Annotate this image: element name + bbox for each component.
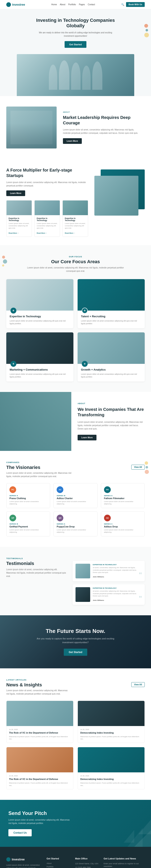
pitch-content: Send Your Pitch Lorem ipsum dolor sit am…: [8, 810, 71, 836]
company-logo-4: QD: [57, 515, 63, 521]
company-desc-0: Lorem ipsum dolor sit amet consectetur a…: [9, 500, 47, 505]
focus-card-desc-2: Lorem ipsum dolor sit amet consectetur a…: [10, 373, 70, 378]
news-date-0: Jn 29, 2020: [9, 728, 71, 731]
focus-card-badge-1: +: [82, 308, 88, 313]
company-logo-3: GP: [9, 515, 16, 521]
focus-title: Our Core Focus Areas: [6, 259, 145, 265]
focus-card-0: + Expertise in Technology Lorem ipsum do…: [6, 279, 73, 328]
force-card-readmore-0[interactable]: Read More: [9, 232, 17, 234]
force-card-desc-0: Lorem ipsum dolor sit amet, consectetur …: [9, 222, 30, 229]
search-icon[interactable]: 🔍: [121, 3, 124, 6]
testimonial-card-0: Expertise in Technology sit amet, consec…: [72, 561, 145, 581]
footer-logo-icon: [6, 857, 10, 862]
footer-logo-text: Investree: [12, 858, 25, 861]
news-desc-0: Maecenas et pretium ipsum. Fusce porttit…: [9, 736, 71, 740]
footer-address: 123 Street Name, City, USA: [75, 862, 98, 865]
force-section: A Force Multiplier for Early-stage Start…: [0, 159, 151, 245]
force-card-readmore-1[interactable]: Read More: [37, 232, 45, 234]
news-desc: Lorem ipsum dolor sit amet, consectetur …: [6, 689, 69, 695]
focus-card-desc-0: Lorem ipsum dolor sit amet consectetur a…: [10, 319, 70, 325]
transform-image: [0, 392, 71, 451]
pitch-cta-button[interactable]: Contact Us: [8, 829, 32, 836]
force-card-desc-1: Lorem ipsum dolor sit amet, consectetur …: [37, 222, 58, 229]
company-desc-4: Lorem ipsum dolor sit amet consectetur a…: [57, 529, 94, 533]
focus-card-title-2: Marketing + Communications: [10, 368, 70, 371]
force-card-desc-2: Lorem ipsum dolor sit amet, consectetur …: [65, 222, 86, 229]
news-section: Latest Articles News & Insights Lorem ip…: [0, 669, 151, 800]
market-cta-button[interactable]: Learn More: [63, 138, 82, 144]
footer-office: Main Office 123 Street Name, City, USA +…: [75, 857, 98, 868]
nav-link-portfolio[interactable]: Portfolio: [68, 3, 76, 6]
news-card-2: Jn 29, 2020 The Role of VC in the Depart…: [6, 747, 73, 789]
hero-title: Investing in Technology Companies Global…: [31, 18, 120, 29]
nav-actions: 🔍 Book With Us: [121, 2, 145, 7]
force-card-title-0: Expertise in Technology: [9, 217, 30, 221]
company-name-1: Aditus Charter: [57, 497, 94, 499]
company-desc-3: Lorem ipsum dolor sit amet consectetur a…: [9, 529, 47, 533]
visionaries-label: Companies: [6, 461, 145, 463]
news-title: News & Insights: [6, 682, 131, 688]
company-name-0: Prana Clothing: [9, 497, 47, 499]
nav-link-pages[interactable]: Pages: [79, 3, 85, 6]
company-card-4: QD Series A PuppyCow Drop Lorem ipsum do…: [54, 512, 97, 536]
transform-label: About: [78, 402, 145, 405]
company-logo-5: AD: [104, 515, 111, 521]
nav-link-home[interactable]: Home: [51, 3, 57, 6]
footer-link-about[interactable]: About: [47, 862, 70, 864]
company-tag-5: Series C: [104, 523, 142, 525]
force-card-0: Expertise in Technology Lorem ipsum dolo…: [6, 200, 32, 237]
focus-card-title-3: Growth + Analytics: [81, 368, 141, 371]
view-all-news-button[interactable]: View All: [131, 682, 145, 687]
arrow-icon-0: ›: [18, 232, 19, 234]
transform-cta-button[interactable]: Learn More: [78, 435, 96, 440]
company-desc-1: Lorem ipsum dolor sit amet consectetur a…: [57, 500, 94, 505]
footer-phone: +1 (123) 456-7890: [75, 866, 98, 868]
visionaries-desc: Lorem ipsum dolor sit amet, consectetur …: [6, 471, 73, 478]
transform-section: About We Invest in Companies That Are Tr…: [0, 392, 151, 451]
footer-get-started: Get Started About Portfolio Pages Insigh…: [47, 857, 70, 868]
hero-section: Investing in Technology Companies Global…: [0, 9, 151, 96]
footer-get-started-heading: Get Started: [47, 857, 70, 860]
testimonials-desc: Lorem ipsum dolor sit amet, consectetur …: [6, 568, 66, 578]
testimonial-body-1: Expertise in Technology sit amet, consec…: [93, 587, 142, 602]
company-card-2: FH Series A Fathom Filmmaker Lorem ipsum…: [101, 483, 145, 508]
nav-link-about[interactable]: About: [60, 3, 65, 6]
company-name-5: Adibus Drop: [104, 525, 142, 528]
hero-cta-button[interactable]: Get Started: [65, 41, 86, 48]
pitch-title: Send Your Pitch: [8, 810, 71, 816]
company-card-1: AC Series B Aditus Charter Lorem ipsum d…: [54, 483, 97, 508]
company-tag-4: Series A: [57, 523, 94, 525]
footer-brand: Investree Lorem ipsum dolor sit amet, co…: [6, 857, 41, 868]
quote-icon-1: ": [139, 595, 142, 603]
news-date-2: Jn 29, 2020: [9, 775, 71, 777]
force-card-readmore-2[interactable]: Read More: [65, 232, 73, 234]
news-header-row: News & Insights Lorem ipsum dolor sit am…: [6, 682, 145, 695]
nav-logo: Investree: [6, 2, 25, 7]
pitch-deco: [105, 809, 151, 847]
hero-deco-right: [142, 22, 151, 39]
news-date-3: Jn 29, 2020: [80, 775, 142, 777]
transform-desc: Lorem ipsum dolor sit amet, consectetur …: [78, 421, 145, 431]
force-cta-button[interactable]: Learn More: [6, 190, 25, 196]
focus-deco-left: [0, 253, 9, 269]
nav-link-contact[interactable]: Contact: [88, 3, 95, 6]
news-card-0: Jn 29, 2020 The Role of VC in the Depart…: [6, 701, 73, 743]
cta-button[interactable]: Book With Us: [126, 2, 145, 7]
news-card-3: Jn 29, 2020 Democratizing Index Investin…: [78, 747, 145, 789]
news-title-0: The Role of VC in the Department of Defe…: [9, 731, 71, 734]
company-name-4: PuppyCow Drop: [57, 525, 94, 528]
focus-card-desc-1: Lorem ipsum dolor sit amet consectetur a…: [81, 319, 141, 325]
testimonials-title: Testimonials: [6, 561, 66, 566]
market-section: About Market Leadership Requires Deep Co…: [0, 96, 151, 159]
force-image-box: [94, 169, 145, 216]
company-logo-1: AC: [57, 486, 63, 493]
footer-link-portfolio[interactable]: Portfolio: [47, 866, 70, 868]
focus-card-desc-3: Lorem ipsum dolor sit amet consectetur a…: [81, 373, 141, 378]
force-content: A Force Multiplier for Early-stage Start…: [6, 167, 88, 237]
testimonial-content-0: sit amet, consectetur adipiscing elit. M…: [93, 566, 142, 574]
future-cta-button[interactable]: Get Started: [64, 649, 87, 656]
footer-newsletter-heading: Get Latest Updates and News: [103, 857, 145, 860]
transform-title: We Invest in Companies That Are Transfor…: [78, 407, 145, 417]
company-name-3: GetHad Payment: [9, 525, 47, 528]
news-title-1: Democratizing Index Investing: [80, 731, 142, 734]
